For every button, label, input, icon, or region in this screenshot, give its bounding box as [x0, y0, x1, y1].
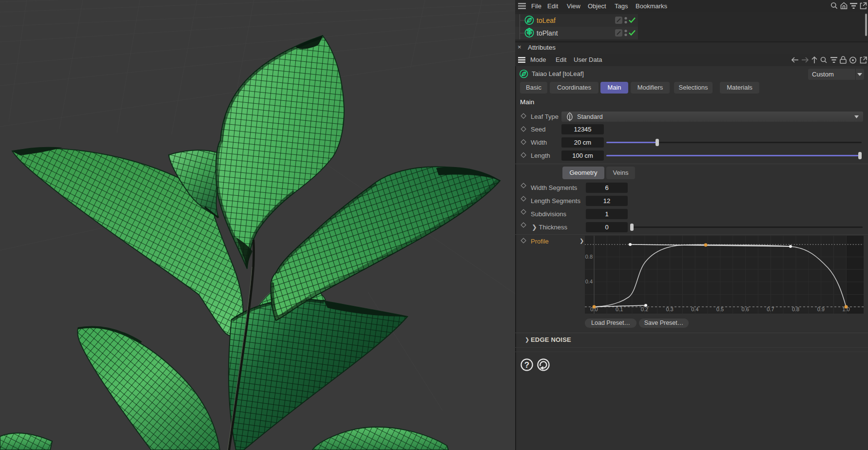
svg-text:0.8: 0.8	[585, 254, 593, 260]
svg-text:?: ?	[524, 360, 529, 370]
svg-text:0.7: 0.7	[767, 306, 774, 312]
svg-text:0.3: 0.3	[666, 306, 673, 312]
svg-text:0.4: 0.4	[585, 279, 593, 284]
svg-text:0.5: 0.5	[716, 306, 724, 312]
svg-text:0.4: 0.4	[691, 306, 698, 312]
svg-text:0.9: 0.9	[817, 306, 825, 312]
svg-text:0.2: 0.2	[641, 306, 648, 312]
svg-text:0.8: 0.8	[792, 306, 799, 312]
svg-text:0.6: 0.6	[742, 306, 749, 312]
svg-text:0.1: 0.1	[616, 306, 623, 312]
svg-text:0.0: 0.0	[590, 306, 598, 312]
svg-text:1.0: 1.0	[842, 306, 849, 312]
